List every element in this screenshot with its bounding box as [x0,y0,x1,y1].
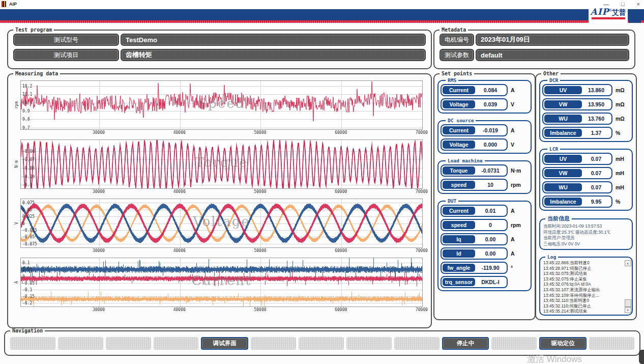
info-line: 三相电压:0V 0V 0V [543,241,629,247]
test-model-value[interactable]: TestDemo [121,34,426,46]
speed-value[interactable]: 10 [475,181,506,189]
nav-button-调试界面[interactable]: 调试界面 [201,337,248,350]
voltage-field[interactable]: Voltage0.039 [441,98,508,110]
vw-field[interactable]: VW13.950 [542,98,612,110]
imbalance-field[interactable]: Imbalance1.37 [542,127,612,139]
y-tick-label: -0.05 [22,281,35,286]
vw-value[interactable]: 0.07 [582,169,610,177]
log-line: 13:45:32.110:伺服已停止 [543,303,625,309]
current-field[interactable]: Current0.084 [441,84,508,96]
setpoint-row: WU13.760mΩ [542,113,630,125]
speed-field[interactable]: speed10 [441,179,508,191]
iq-field[interactable]: Iq0.00 [441,233,508,245]
current-value[interactable]: 0.01 [475,207,506,215]
id-field[interactable]: Id0.00 [441,247,508,260]
vw-field[interactable]: VW0.07 [542,167,612,179]
group-rows: Torque-0.0731N·mspeed10rpm [441,164,529,191]
imbalance-field[interactable]: Imbalance9.95 [542,195,612,208]
voltage-field[interactable]: Voltage0.000 [441,138,508,151]
current-label: Current [443,126,475,134]
logo-aip-text: AIP [590,7,609,17]
scroll-track[interactable] [625,266,631,299]
motor-id-value[interactable]: 2023年01月09日 [476,34,629,46]
test-item-label: 测试项目 [13,49,119,61]
trq_sensor-value[interactable]: DKDL-I [475,278,506,286]
plot-area[interactable]: Voltage0.0750.050.0250-0.025-0.05-0.075 [20,199,423,248]
x-tick-label: 60000 [331,248,351,253]
imbalance-value[interactable]: 1.37 [582,129,610,137]
voltage-value[interactable]: 0.000 [475,141,506,149]
id-value[interactable]: 0.00 [475,249,506,258]
x-tick-label: 50000 [250,189,270,194]
log-scrollbar[interactable]: ▲ ▼ [625,260,631,313]
wu-field[interactable]: WU0.07 [542,181,612,193]
plot-area[interactable]: Speed10.210.1109.99.89.7 [20,80,423,130]
plot-area[interactable]: Torque-0.06-0.07-0.08-0.09-0.1 [20,139,423,189]
y-axis-label: N·m [12,139,20,189]
current-field[interactable]: Current0.01 [441,205,508,217]
scroll-up-icon[interactable]: ▲ [625,260,631,266]
current-label: Current [443,207,475,215]
close-button[interactable]: × [637,1,640,8]
group-lcr: LCRUV0.07mHVW0.07mHWU0.07mHImbalance9.95… [539,146,633,211]
setpoint-row: speed0rpm [441,219,529,231]
speed-value[interactable]: 0 [475,221,506,229]
wu-value[interactable]: 13.760 [582,115,610,123]
voltage-value[interactable]: 0.039 [475,100,506,108]
scroll-thumb[interactable] [625,299,631,307]
log-list[interactable]: 13:45:22.866:当前转速013:45:28.971:伺服已停止13:4… [543,260,625,313]
x-tick-label: 50000 [250,130,270,135]
uv-field[interactable]: UV13.860 [542,84,612,96]
fw_angle-label: fw_angle [443,264,475,272]
corner-handle[interactable] [639,350,644,364]
plot-area[interactable]: Current0.10.050-0.05-0.1-0.15-0.2 [20,258,423,307]
y-tick-label: -0.08 [22,166,35,171]
other-legend: Other [541,71,561,76]
vw-value[interactable]: 13.950 [582,100,610,108]
x-tick-label: 50000 [250,248,270,253]
group-rms: RMSCurrent0.084AVoltage0.039V [437,77,532,114]
iq-value[interactable]: 0.00 [475,235,506,243]
unit-label: A [511,208,515,214]
current-value[interactable]: -0.019 [475,126,506,134]
group-rows: UV0.07mHVW0.07mHWU0.07mHImbalance9.95% [542,153,630,208]
navigation-legend: Navigation [10,328,45,333]
wu-value[interactable]: 0.07 [582,183,610,191]
group-legend: DC source [446,118,476,123]
fw_angle-field[interactable]: fw_angle-119.90 [441,262,508,274]
set-points-legend: Set points [440,71,474,76]
test-item-value[interactable]: 齿槽转矩 [121,49,426,61]
setpoint-row: UV0.07mH [542,153,630,165]
wu-field[interactable]: WU13.760 [542,113,612,125]
x-tick-label: 70000 [412,189,432,194]
setpoint-row: Torque-0.0731N·m [441,164,529,177]
unit-label: % [616,130,620,136]
test-param-value[interactable]: default [476,49,629,61]
header-red-stripe [0,20,644,23]
chart-area: N·mTorque-0.06-0.07-0.08-0.09-0.1 [12,139,427,189]
test-program-legend: Test program [13,27,54,33]
torque-value[interactable]: -0.0731 [475,166,506,175]
nav-button-停止中[interactable]: 停止中 [442,337,489,350]
nav-button-13 [589,337,634,350]
torque-field[interactable]: Torque-0.0731 [441,164,508,177]
current-value[interactable]: 0.084 [475,86,506,94]
imbalance-value[interactable]: 9.95 [582,198,610,206]
uv-value[interactable]: 0.07 [582,155,610,163]
y-tick-label: -0.075 [22,242,37,246]
x-tick-label: 60000 [331,130,351,135]
group-legend: Load machine [446,158,485,163]
speed-field[interactable]: speed0 [441,219,508,231]
x-tick-label: 40000 [169,248,190,253]
current-field[interactable]: Current-0.019 [441,124,508,136]
trq_sensor-field[interactable]: trq_sensorDKDL-I [441,276,508,288]
y-tick-label: 9.9 [22,109,30,114]
y-tick-label: 10 [22,101,27,105]
unit-label: A [511,87,515,93]
iq-label: Iq [443,235,475,243]
fw_angle-value[interactable]: -119.90 [475,264,506,272]
uv-value[interactable]: 13.860 [582,86,610,94]
nav-button-驱动定位[interactable]: 驱动定位 [539,337,587,350]
scroll-down-icon[interactable]: ▼ [625,307,631,313]
uv-field[interactable]: UV0.07 [542,153,612,165]
